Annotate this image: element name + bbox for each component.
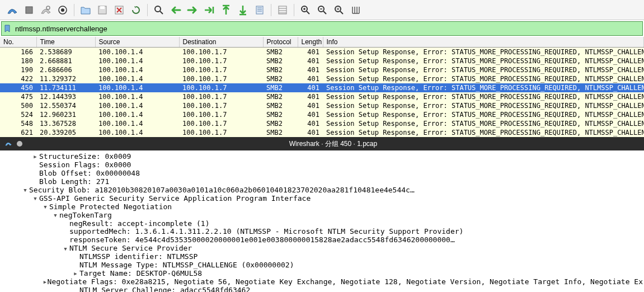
shark-fin-icon[interactable]	[4, 2, 20, 18]
expand-icon[interactable]: ▶	[31, 154, 39, 159]
go-back-icon[interactable]	[168, 2, 184, 18]
tree-item[interactable]: ▶Target Name: DESKTOP-Q6MUL58	[1, 270, 643, 278]
tree-item[interactable]: ▼NTLM Secure Service Provider	[1, 244, 643, 253]
go-forward-icon[interactable]	[185, 2, 200, 18]
column-time[interactable]: Time	[36, 37, 95, 48]
packet-cell-no: 548	[0, 119, 36, 128]
expand-icon[interactable]: ▶	[72, 271, 79, 276]
tree-item[interactable]: Session Flags: 0x0000	[1, 161, 643, 169]
packet-row[interactable]: 1902.686606100.100.1.4100.100.1.7SMB2401…	[0, 65, 644, 74]
packet-cell-time: 12.144393	[36, 92, 95, 101]
column-source[interactable]: Source	[95, 37, 179, 48]
packet-row[interactable]: 1662.538689100.100.1.4100.100.1.7SMB2401…	[0, 48, 644, 57]
tree-item-label: Security Blob: a182010b30820107a0030a010…	[29, 186, 415, 195]
tree-item[interactable]: NTLM Message Type: NTLMSSP_CHALLENGE (0x…	[1, 261, 643, 270]
packet-row[interactable]: 52412.960231100.100.1.4100.100.1.7SMB240…	[0, 110, 644, 119]
packet-row[interactable]: 42211.329372100.100.1.4100.100.1.7SMB240…	[0, 74, 644, 83]
packet-details-tree[interactable]: ▶StructureSize: 0x0009Session Flags: 0x0…	[0, 150, 644, 292]
packet-cell-time: 13.367528	[36, 119, 95, 128]
display-filter-bar	[1, 21, 643, 36]
packet-row[interactable]: 62120.339205100.100.1.4100.100.1.7SMB240…	[0, 128, 644, 137]
packet-row[interactable]: 47512.144393100.100.1.4100.100.1.7SMB240…	[0, 92, 644, 101]
main-toolbar	[0, 0, 644, 20]
tree-item[interactable]: NTLM Server Challenge: adacc5548fd63462	[1, 286, 643, 292]
tree-item-label: NTLMSSP identifier: NTLMSSP	[79, 253, 198, 261]
collapse-icon[interactable]: ▼	[51, 213, 59, 218]
packet-cell-len: 401	[298, 110, 323, 119]
column-info[interactable]: Info	[323, 37, 644, 48]
packet-cell-len: 401	[298, 48, 323, 57]
bookmark-icon[interactable]	[2, 25, 13, 32]
packet-cell-proto: SMB2	[263, 83, 298, 92]
collapse-icon[interactable]: ▼	[62, 246, 69, 252]
column-protocol[interactable]: Protocol	[263, 37, 298, 48]
toolbar-separator	[147, 4, 148, 16]
column-no[interactable]: No.	[0, 37, 36, 48]
packet-cell-dst: 100.100.1.7	[179, 48, 263, 57]
restart-capture-icon[interactable]	[38, 2, 54, 18]
open-file-icon[interactable]	[78, 2, 93, 18]
display-filter-input[interactable]	[13, 23, 642, 34]
go-last-icon[interactable]	[235, 2, 251, 18]
tree-item-label: Session Flags: 0x0000	[39, 161, 131, 169]
column-destination[interactable]: Destination	[179, 37, 263, 48]
zoom-in-icon[interactable]	[298, 2, 313, 18]
tree-item[interactable]: ▼Security Blob: a182010b30820107a0030a01…	[1, 186, 643, 195]
svg-point-1	[46, 6, 50, 10]
toolbar-separator	[74, 4, 74, 16]
tree-item-label: NTLM Secure Service Provider	[69, 244, 192, 253]
packet-cell-info: Session Setup Response, Error: STATUS_MO…	[323, 110, 644, 119]
tree-item[interactable]: ▼Simple Protected Negotiation	[1, 203, 643, 211]
colorize-icon[interactable]	[275, 2, 290, 18]
column-length[interactable]: Length	[298, 37, 323, 48]
packet-row[interactable]: 50012.550374100.100.1.4100.100.1.7SMB240…	[0, 101, 644, 110]
packet-row[interactable]: 54813.367528100.100.1.4100.100.1.7SMB240…	[0, 119, 644, 128]
save-file-icon[interactable]	[95, 2, 110, 18]
tree-item[interactable]: ▼negTokenTarg	[1, 211, 643, 220]
tree-item[interactable]: ▶StructureSize: 0x0009	[1, 153, 643, 161]
stop-capture-icon[interactable]	[21, 2, 37, 18]
tree-item[interactable]: responseToken: 4e544c4d53535000020000001…	[1, 236, 643, 244]
zoom-reset-icon[interactable]	[331, 2, 347, 18]
packet-cell-info: Session Setup Response, Error: STATUS_MO…	[323, 83, 644, 92]
tree-item[interactable]: NTLMSSP identifier: NTLMSSP	[1, 253, 643, 261]
tree-item[interactable]: Blob Length: 271	[1, 178, 643, 186]
svg-point-3	[61, 8, 64, 12]
tree-item[interactable]: negResult: accept-incomplete (1)	[1, 220, 643, 228]
packet-row[interactable]: 1802.668881100.100.1.4100.100.1.7SMB2401…	[0, 56, 644, 65]
capture-options-icon[interactable]	[55, 2, 70, 18]
packet-cell-src: 100.100.1.4	[95, 74, 179, 83]
packet-cell-src: 100.100.1.4	[95, 92, 179, 101]
packet-cell-dst: 100.100.1.7	[179, 65, 263, 74]
go-first-icon[interactable]	[218, 2, 234, 18]
packet-cell-no: 621	[0, 128, 36, 137]
packet-cell-info: Session Setup Response, Error: STATUS_MO…	[323, 119, 644, 128]
reload-file-icon[interactable]	[128, 2, 144, 18]
packet-cell-time: 11.329372	[36, 74, 95, 83]
packet-list-header[interactable]: No. Time Source Destination Protocol Len…	[0, 37, 644, 48]
tree-item[interactable]: Blob Offset: 0x00000048	[1, 169, 643, 178]
tree-item[interactable]: ▶Negotiate Flags: 0xe28a8215, Negotiate …	[1, 278, 643, 286]
resize-columns-icon[interactable]	[348, 2, 364, 18]
expand-icon[interactable]: ▶	[43, 279, 47, 285]
collapse-icon[interactable]: ▼	[31, 196, 39, 201]
collapse-icon[interactable]: ▼	[21, 187, 29, 193]
close-file-icon[interactable]	[111, 2, 127, 18]
tree-item-label: Target Name: DESKTOP-Q6MUL58	[79, 270, 202, 278]
packet-cell-no: 524	[0, 110, 36, 119]
svg-point-7	[155, 6, 161, 12]
tree-item[interactable]: ▼GSS-API Generic Security Service Applic…	[1, 195, 643, 203]
auto-scroll-icon[interactable]	[252, 2, 267, 18]
packet-row[interactable]: 45011.734111100.100.1.4100.100.1.7SMB240…	[0, 83, 644, 92]
tree-item[interactable]: supportedMech: 1.3.6.1.4.1.311.2.2.10 (N…	[1, 228, 643, 236]
packet-cell-no: 422	[0, 74, 36, 83]
packet-cell-info: Session Setup Response, Error: STATUS_MO…	[323, 92, 644, 101]
packet-cell-proto: SMB2	[263, 128, 298, 137]
packet-cell-info: Session Setup Response, Error: STATUS_MO…	[323, 65, 644, 74]
collapse-icon[interactable]: ▼	[41, 204, 49, 210]
find-packet-icon[interactable]	[151, 2, 167, 18]
zoom-out-icon[interactable]	[314, 2, 330, 18]
packet-cell-no: 190	[0, 65, 36, 74]
go-to-packet-icon[interactable]	[201, 2, 217, 18]
packet-cell-time: 2.686606	[36, 65, 95, 74]
